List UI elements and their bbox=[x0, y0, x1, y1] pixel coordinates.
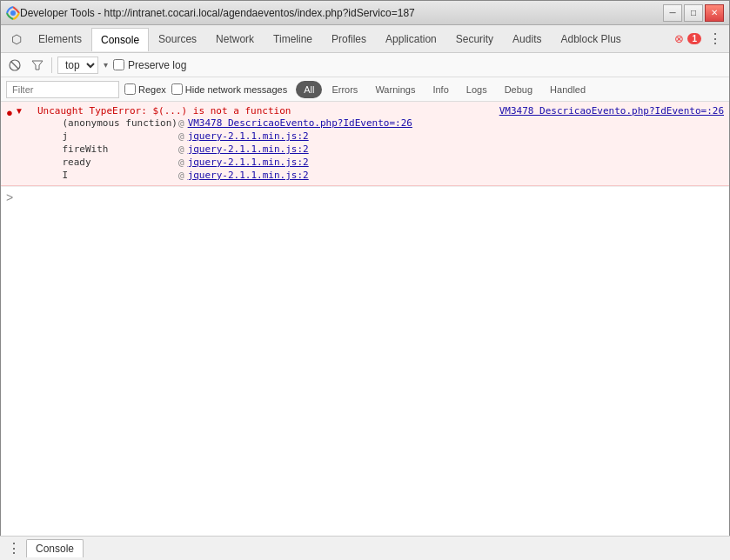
console-area: ● ▼ Uncaught TypeError: $(...) is not a … bbox=[1, 102, 729, 537]
separator bbox=[51, 57, 52, 73]
stack-row-2: fireWith @ jquery-2.1.1.min.js:2 bbox=[34, 143, 724, 156]
filter-errors[interactable]: Errors bbox=[324, 81, 365, 98]
tab-audits[interactable]: Audits bbox=[503, 27, 551, 50]
regex-label[interactable]: Regex bbox=[124, 83, 166, 95]
filter-warnings[interactable]: Warnings bbox=[367, 81, 423, 98]
stack-link-4[interactable]: jquery-2.1.1.min.js:2 bbox=[188, 170, 309, 181]
stack-fn-1: j bbox=[39, 130, 178, 142]
stack-row-0: (anonymous function) @ VM3478 DescricaoE… bbox=[34, 117, 724, 130]
titlebar: Developer Tools - http://intranet.cocari… bbox=[1, 1, 729, 25]
toolbar: top ▾ Preserve log bbox=[1, 53, 729, 77]
error-source-link[interactable]: VM3478 DescricaoEvento.php?IdEvento=:26 bbox=[491, 105, 724, 117]
stack-row-3: ready @ jquery-2.1.1.min.js:2 bbox=[34, 156, 724, 169]
tab-adblockplus[interactable]: Adblock Plus bbox=[551, 27, 630, 50]
filterbar: Regex Hide network messages All Errors W… bbox=[1, 77, 729, 102]
context-select[interactable]: top bbox=[57, 57, 98, 74]
clear-icon bbox=[9, 59, 21, 71]
tab-sources[interactable]: Sources bbox=[149, 27, 206, 50]
filter-icon bbox=[31, 59, 44, 71]
maximize-button[interactable]: □ bbox=[684, 4, 703, 22]
stack-link-1[interactable]: jquery-2.1.1.min.js:2 bbox=[188, 130, 309, 142]
filter-buttons: All Errors Warnings Info Logs Debug Hand… bbox=[296, 81, 593, 98]
stack-fn-3: ready bbox=[39, 157, 178, 168]
filter-all[interactable]: All bbox=[296, 81, 322, 98]
preserve-log-text: Preserve log bbox=[128, 59, 186, 71]
stack-trace: (anonymous function) @ VM3478 DescricaoE… bbox=[22, 117, 724, 182]
filter-info[interactable]: Info bbox=[425, 81, 456, 98]
stack-fn-0: (anonymous function) bbox=[39, 117, 178, 129]
tab-application[interactable]: Application bbox=[376, 27, 446, 50]
nav-tabs: ⬡ Elements Console Sources Network Timel… bbox=[1, 25, 729, 53]
tab-elements[interactable]: Elements bbox=[29, 27, 91, 50]
error-message: Uncaught TypeError: $(...) is not a func… bbox=[22, 105, 291, 117]
error-badge: 1 bbox=[687, 33, 701, 44]
stack-row-1: j @ jquery-2.1.1.min.js:2 bbox=[34, 130, 724, 143]
error-entry: ● ▼ Uncaught TypeError: $(...) is not a … bbox=[1, 102, 729, 186]
console-input-line: > bbox=[1, 186, 729, 208]
minimize-button[interactable]: ─ bbox=[663, 4, 682, 22]
filter-handled[interactable]: Handled bbox=[542, 81, 593, 98]
tab-security[interactable]: Security bbox=[446, 27, 503, 50]
preserve-log-checkbox[interactable] bbox=[113, 59, 124, 70]
hide-network-label[interactable]: Hide network messages bbox=[171, 83, 287, 95]
error-main-row: ● ▼ Uncaught TypeError: $(...) is not a … bbox=[22, 105, 724, 117]
stack-at-4: @ bbox=[178, 170, 184, 181]
close-button[interactable]: ✕ bbox=[705, 4, 724, 22]
bottom-console-tab[interactable]: Console bbox=[26, 539, 84, 557]
filter-debug[interactable]: Debug bbox=[497, 81, 540, 98]
filter-toggle-button[interactable] bbox=[29, 57, 46, 74]
svg-marker-4 bbox=[32, 61, 43, 70]
stack-fn-4: I bbox=[39, 170, 178, 181]
window-controls: ─ □ ✕ bbox=[663, 4, 724, 22]
regex-checkbox[interactable] bbox=[124, 83, 136, 95]
context-arrow: ▾ bbox=[104, 60, 108, 70]
tab-profiles[interactable]: Profiles bbox=[322, 27, 376, 50]
stack-at-1: @ bbox=[178, 130, 184, 142]
filter-input[interactable] bbox=[6, 81, 119, 98]
hide-network-checkbox[interactable] bbox=[171, 83, 183, 95]
tab-timeline[interactable]: Timeline bbox=[264, 27, 322, 50]
svg-line-3 bbox=[11, 62, 18, 69]
filter-logs[interactable]: Logs bbox=[459, 81, 495, 98]
close-circle-icon: ⊗ bbox=[674, 32, 684, 45]
bottom-dots-button[interactable]: ⋮ bbox=[7, 540, 21, 557]
stack-at-2: @ bbox=[178, 143, 184, 155]
error-collapse-icon[interactable]: ▼ bbox=[15, 106, 23, 116]
more-button[interactable]: ⋮ bbox=[705, 30, 726, 47]
stack-fn-2: fireWith bbox=[39, 143, 178, 155]
stack-link-3[interactable]: jquery-2.1.1.min.js:2 bbox=[188, 157, 309, 168]
error-circle-icon: ● bbox=[6, 106, 13, 119]
regex-text: Regex bbox=[138, 84, 166, 95]
svg-point-1 bbox=[10, 10, 16, 16]
stack-row-4: I @ jquery-2.1.1.min.js:2 bbox=[34, 169, 724, 182]
cursor-icon[interactable]: ⬡ bbox=[4, 27, 29, 51]
preserve-log-label[interactable]: Preserve log bbox=[113, 59, 186, 71]
bottom-bar: ⋮ Console bbox=[0, 536, 730, 560]
stack-link-2[interactable]: jquery-2.1.1.min.js:2 bbox=[188, 143, 309, 155]
chevron-icon: > bbox=[6, 190, 13, 204]
nav-right: ⊗ 1 ⋮ bbox=[674, 30, 726, 47]
stack-at-0: @ bbox=[178, 117, 184, 129]
hide-network-text: Hide network messages bbox=[185, 84, 287, 95]
tab-network[interactable]: Network bbox=[206, 27, 264, 50]
chrome-icon bbox=[6, 6, 20, 20]
stack-link-0[interactable]: VM3478 DescricaoEvento.php?IdEvento=:26 bbox=[188, 117, 412, 129]
stack-at-3: @ bbox=[178, 157, 184, 168]
window-title: Developer Tools - http://intranet.cocari… bbox=[20, 7, 663, 19]
clear-button[interactable] bbox=[6, 57, 23, 74]
tab-console[interactable]: Console bbox=[91, 28, 149, 51]
